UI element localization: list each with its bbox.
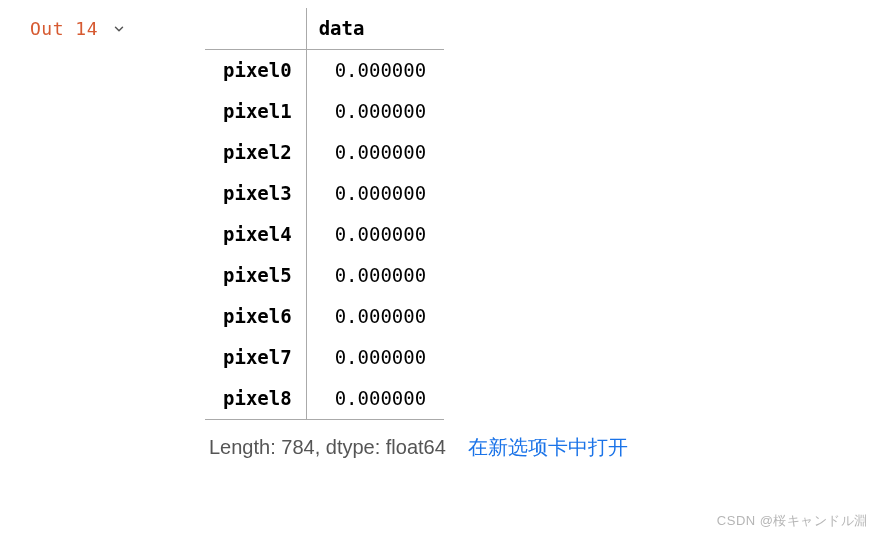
row-value: 0.000000 (306, 337, 444, 378)
output-word: Out (30, 18, 64, 39)
output-number: 14 (75, 18, 98, 39)
row-index: pixel5 (205, 255, 306, 296)
row-index: pixel1 (205, 91, 306, 132)
table-row: pixel20.000000 (205, 132, 444, 173)
row-value: 0.000000 (306, 214, 444, 255)
row-index: pixel0 (205, 50, 306, 92)
output-prompt-label: Out 14 (30, 18, 98, 39)
row-index: pixel8 (205, 378, 306, 420)
table-row: pixel10.000000 (205, 91, 444, 132)
row-value: 0.000000 (306, 296, 444, 337)
table-row: pixel70.000000 (205, 337, 444, 378)
row-value: 0.000000 (306, 50, 444, 92)
table-row: pixel80.000000 (205, 378, 444, 420)
dataframe-table: data pixel00.000000pixel10.000000pixel20… (205, 8, 444, 420)
row-value: 0.000000 (306, 132, 444, 173)
row-value: 0.000000 (306, 378, 444, 420)
row-value: 0.000000 (306, 91, 444, 132)
table-corner-cell (205, 8, 306, 50)
row-value: 0.000000 (306, 255, 444, 296)
table-row: pixel40.000000 (205, 214, 444, 255)
row-index: pixel6 (205, 296, 306, 337)
table-row: pixel30.000000 (205, 173, 444, 214)
collapse-toggle[interactable] (112, 18, 126, 36)
row-value: 0.000000 (306, 173, 444, 214)
table-row: pixel60.000000 (205, 296, 444, 337)
row-index: pixel7 (205, 337, 306, 378)
table-row: pixel00.000000 (205, 50, 444, 92)
table-header-row: data (205, 8, 444, 50)
row-index: pixel4 (205, 214, 306, 255)
table-row: pixel50.000000 (205, 255, 444, 296)
open-in-new-tab-link[interactable]: 在新选项卡中打开 (468, 434, 628, 461)
row-index: pixel2 (205, 132, 306, 173)
column-header: data (306, 8, 444, 50)
watermark: CSDN @桜キャンドル淵 (717, 512, 868, 530)
output-area: data pixel00.000000pixel10.000000pixel20… (205, 8, 628, 461)
row-index: pixel3 (205, 173, 306, 214)
chevron-down-icon (112, 22, 126, 36)
series-summary: Length: 784, dtype: float64 (209, 436, 446, 459)
